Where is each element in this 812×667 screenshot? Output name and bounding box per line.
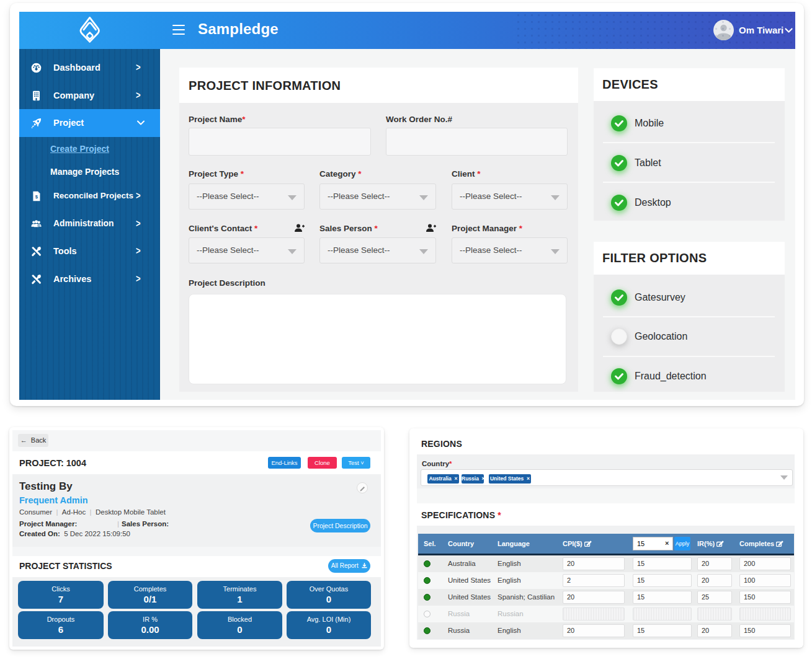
- svg-text:$: $: [35, 194, 38, 200]
